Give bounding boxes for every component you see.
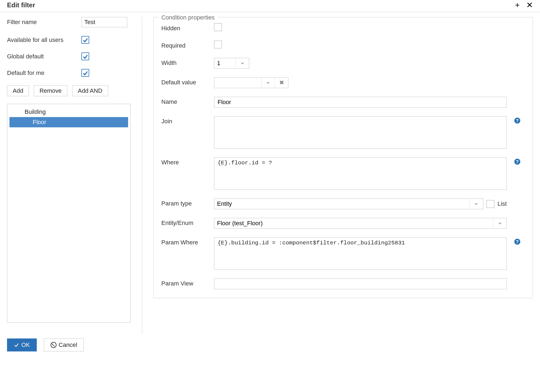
available-all-label: Available for all users xyxy=(7,36,81,44)
list-checkbox[interactable] xyxy=(486,200,494,208)
dialog-title: Edit filter xyxy=(7,1,35,9)
tree-item-floor[interactable]: Floor xyxy=(9,117,128,127)
add-button[interactable]: Add xyxy=(7,85,29,96)
global-default-label: Global default xyxy=(7,53,81,60)
width-combo[interactable] xyxy=(214,58,249,69)
where-textarea[interactable] xyxy=(214,157,507,190)
help-icon[interactable]: ? xyxy=(512,116,522,124)
close-window-icon[interactable]: ✕ xyxy=(526,1,533,9)
required-checkbox[interactable] xyxy=(214,41,222,48)
default-value-combo[interactable]: ✖ xyxy=(214,77,288,88)
conditions-tree[interactable]: Building Floor xyxy=(7,104,131,323)
hidden-label: Hidden xyxy=(161,23,214,32)
join-label: Join xyxy=(161,116,214,125)
svg-text:?: ? xyxy=(516,118,519,123)
name-input[interactable] xyxy=(214,97,507,108)
available-all-checkbox[interactable] xyxy=(81,36,89,44)
filter-name-input[interactable] xyxy=(81,17,127,27)
svg-text:?: ? xyxy=(516,239,519,244)
hidden-checkbox[interactable] xyxy=(214,23,222,31)
tree-item-building[interactable]: Building xyxy=(9,107,128,117)
param-type-combo[interactable] xyxy=(214,198,483,209)
cancel-button[interactable]: Cancel xyxy=(44,338,84,351)
width-input[interactable] xyxy=(214,58,235,68)
width-label: Width xyxy=(161,58,214,67)
param-where-textarea[interactable] xyxy=(214,237,507,270)
default-me-checkbox[interactable] xyxy=(81,69,89,77)
svg-text:?: ? xyxy=(516,159,519,164)
param-view-input[interactable] xyxy=(214,278,507,289)
default-value-input[interactable] xyxy=(214,78,261,88)
prohibit-icon xyxy=(51,342,56,348)
where-label: Where xyxy=(161,157,214,166)
default-value-label: Default value xyxy=(161,77,214,86)
condition-properties-legend: Condition properties xyxy=(159,14,217,21)
param-where-label: Param Where xyxy=(161,237,214,246)
cancel-label: Cancel xyxy=(59,341,77,348)
entity-enum-combo[interactable] xyxy=(214,218,507,229)
param-type-label: Param type xyxy=(161,198,214,207)
chevron-down-icon[interactable] xyxy=(261,78,275,88)
entity-enum-input[interactable] xyxy=(214,218,493,228)
chevron-down-icon[interactable] xyxy=(469,199,483,209)
remove-button[interactable]: Remove xyxy=(34,85,67,96)
chevron-down-icon[interactable] xyxy=(493,218,506,228)
help-icon[interactable]: ? xyxy=(512,157,522,165)
entity-enum-label: Entity/Enum xyxy=(161,218,214,227)
param-view-label: Param View xyxy=(161,278,214,287)
join-textarea[interactable] xyxy=(214,116,507,149)
list-label: List xyxy=(498,200,507,207)
help-icon[interactable]: ? xyxy=(512,237,522,245)
param-type-input[interactable] xyxy=(214,199,469,209)
ok-button[interactable]: OK xyxy=(7,338,37,351)
clear-default-value-icon[interactable]: ✖ xyxy=(275,78,288,88)
chevron-down-icon[interactable] xyxy=(235,58,249,68)
filter-name-label: Filter name xyxy=(7,19,81,26)
name-label: Name xyxy=(161,97,214,105)
add-and-button[interactable]: Add AND xyxy=(72,85,108,96)
add-window-icon[interactable]: + xyxy=(515,1,520,9)
ok-label: OK xyxy=(21,341,30,348)
required-label: Required xyxy=(161,41,214,49)
default-me-label: Default for me xyxy=(7,69,81,77)
global-default-checkbox[interactable] xyxy=(81,52,89,60)
